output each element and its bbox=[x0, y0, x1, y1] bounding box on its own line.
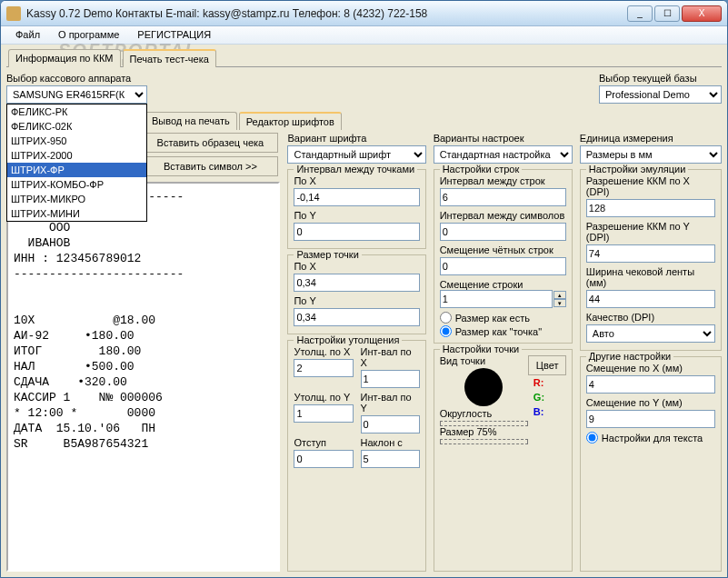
unit-label: Единица измерения bbox=[580, 133, 722, 144]
emulation-legend: Настройки эмуляции bbox=[586, 164, 689, 174]
font-variant-select[interactable]: Стандартный шрифт bbox=[287, 145, 425, 164]
dot-settings-group: Настройки точки Вид точки Округлость Раз… bbox=[434, 349, 573, 572]
font-variant-label: Вариант шрифта bbox=[287, 133, 425, 144]
receipt-preview[interactable]: ------------------------ ООО ИВАНОВ ИНН … bbox=[6, 182, 280, 572]
thick-x-input[interactable] bbox=[294, 359, 353, 377]
line-offset-up[interactable]: ▲ bbox=[553, 291, 566, 299]
window-title: Kassy 0.72 Demo Контакты E-mail: kassy@s… bbox=[26, 7, 627, 20]
menubar: Файл О программе РЕГИСТРАЦИЯ bbox=[1, 26, 727, 45]
size-dot-radio[interactable]: Размер как "точка" bbox=[440, 325, 566, 337]
thick-y-label: Утолщ. по Y bbox=[294, 392, 353, 403]
line-interval-label: Интервал между строк bbox=[440, 175, 566, 186]
text-settings-label: Настройки для текста bbox=[602, 433, 703, 443]
app-icon bbox=[6, 6, 21, 21]
close-button[interactable]: X bbox=[682, 5, 722, 22]
interval-x-label: По X bbox=[294, 175, 419, 186]
tape-width-input[interactable] bbox=[586, 290, 715, 308]
unit-select[interactable]: Размеры в мм bbox=[580, 145, 722, 164]
kassa-option[interactable]: ШТРИХ-МИКРО bbox=[7, 192, 146, 206]
kassa-option[interactable]: ШТРИХ-2000 bbox=[7, 148, 146, 163]
main-tabstrip: Информация по ККМ Печать тест-чека bbox=[6, 48, 722, 67]
dotsize-x-input[interactable] bbox=[294, 274, 419, 292]
settings-variant-label: Варианты настроек bbox=[434, 133, 573, 144]
res-y-label: Разрешение ККМ по Y (DPI) bbox=[586, 221, 715, 243]
char-interval-label: Интервал между символов bbox=[440, 210, 566, 221]
indent-label: Отступ bbox=[294, 437, 353, 448]
res-y-input[interactable] bbox=[586, 244, 715, 263]
even-offset-input[interactable] bbox=[440, 257, 566, 275]
rgb-g-label: G: bbox=[534, 392, 566, 403]
settings-variant-select[interactable]: Стандартная настройка bbox=[434, 145, 573, 164]
char-interval-input[interactable] bbox=[440, 223, 566, 241]
dot-interval-group: Интервал между точками По X По Y bbox=[287, 169, 425, 249]
quality-label: Качество (DPI) bbox=[586, 312, 715, 323]
interval-y-label: По Y bbox=[294, 210, 419, 221]
interval-y-input[interactable] bbox=[294, 223, 419, 241]
offset-x-label: Смещение по X (мм) bbox=[586, 363, 715, 374]
interval-x-input[interactable] bbox=[294, 188, 419, 206]
insert-symbol-button[interactable]: Вставить символ >> bbox=[142, 156, 278, 176]
offset-y-input[interactable] bbox=[586, 410, 715, 428]
maximize-button[interactable]: ☐ bbox=[654, 5, 680, 22]
thicken-group: Настройки утолщения Утолщ. по X Инт-вал … bbox=[287, 340, 425, 572]
other-settings-group: Другие настройки Смещение по X (мм) Смещ… bbox=[580, 356, 722, 572]
inty-input[interactable] bbox=[361, 415, 420, 434]
thick-y-input[interactable] bbox=[294, 404, 353, 423]
tab-test-print[interactable]: Печать тест-чека bbox=[123, 49, 216, 67]
offset-y-label: Смещение по Y (мм) bbox=[586, 397, 715, 408]
rgb-r-label: R: bbox=[534, 377, 566, 388]
line-offset-label: Смещение строки bbox=[440, 279, 524, 290]
tape-width-label: Ширина чековой ленты (мм) bbox=[586, 266, 715, 288]
kassa-select[interactable]: SAMSUNG ER4615RF(К bbox=[6, 85, 147, 104]
base-select-label: Выбор текущей базы bbox=[599, 73, 722, 84]
kassa-option[interactable]: ШТРИХ-МИНИ bbox=[7, 206, 146, 221]
kassa-option[interactable]: ШТРИХ-КОМБО-ФР bbox=[7, 177, 146, 192]
text-settings-radio[interactable]: Настройки для текста bbox=[586, 432, 715, 443]
offset-x-input[interactable] bbox=[586, 375, 715, 394]
size-dot-label: Размер как "точка" bbox=[455, 326, 542, 337]
line-settings-group: Настройки строк Интервал между строк Инт… bbox=[434, 169, 573, 344]
tilt-label: Наклон с bbox=[361, 437, 420, 448]
menu-file[interactable]: Файл bbox=[6, 26, 49, 44]
roundness-label: Округлость bbox=[440, 408, 528, 419]
tab-kkm-info[interactable]: Информация по ККМ bbox=[8, 49, 121, 67]
menu-registration[interactable]: РЕГИСТРАЦИЯ bbox=[128, 26, 220, 44]
line-offset-down[interactable]: ▼ bbox=[553, 299, 566, 307]
kassa-option[interactable]: ФЕЛИКС-02К bbox=[7, 119, 146, 134]
kassa-select-label: Выбор кассового аппарата bbox=[6, 73, 147, 84]
tab-print-output[interactable]: Вывод на печать bbox=[145, 112, 237, 130]
minimize-button[interactable]: _ bbox=[627, 5, 653, 22]
kassa-option[interactable]: ШТРИХ-ФР bbox=[7, 163, 146, 177]
intx-input[interactable] bbox=[361, 370, 420, 388]
thicken-legend: Настройки утолщения bbox=[294, 334, 402, 345]
even-offset-label: Смещение чётных строк bbox=[440, 244, 566, 255]
kassa-dropdown-list[interactable]: ФЕЛИКС-РКФЕЛИКС-02КШТРИХ-950ШТРИХ-2000ШТ… bbox=[6, 104, 147, 222]
dot-size-slider[interactable] bbox=[440, 439, 528, 444]
thick-x-label: Утолщ. по X bbox=[294, 346, 353, 357]
tab-font-editor[interactable]: Редактор шрифтов bbox=[239, 112, 342, 130]
quality-select[interactable]: Авто bbox=[586, 324, 715, 343]
dot-interval-legend: Интервал между точками bbox=[294, 164, 417, 174]
menu-about[interactable]: О программе bbox=[49, 26, 128, 44]
color-button[interactable]: Цвет bbox=[528, 355, 566, 375]
insert-sample-button[interactable]: Вставить образец чека bbox=[142, 133, 278, 153]
line-interval-input[interactable] bbox=[440, 188, 566, 206]
dotsize-y-input[interactable] bbox=[294, 308, 419, 326]
indent-input[interactable] bbox=[294, 450, 353, 468]
line-offset-input[interactable] bbox=[440, 290, 553, 308]
tilt-input[interactable] bbox=[361, 450, 420, 468]
dot-preview bbox=[464, 368, 503, 406]
kassa-option[interactable]: ШТРИХ-950 bbox=[7, 134, 146, 148]
intx-label: Инт-вал по X bbox=[361, 346, 420, 368]
kassa-option[interactable]: ФЕЛИКС-РК bbox=[7, 105, 146, 119]
dotsize-y-label: По Y bbox=[294, 295, 419, 306]
base-select[interactable]: Professional Demo bbox=[599, 85, 722, 104]
size-asis-radio[interactable]: Размер как есть bbox=[440, 312, 566, 324]
emulation-group: Настройки эмуляции Разрешение ККМ по X (… bbox=[580, 169, 722, 351]
line-settings-legend: Настройки строк bbox=[440, 164, 523, 174]
rgb-b-label: B: bbox=[534, 406, 566, 417]
dotsize-x-label: По X bbox=[294, 261, 419, 272]
dot-size-group: Размер точки По X По Y bbox=[287, 254, 425, 334]
titlebar: Kassy 0.72 Demo Контакты E-mail: kassy@s… bbox=[1, 1, 727, 26]
res-x-input[interactable] bbox=[586, 199, 715, 217]
